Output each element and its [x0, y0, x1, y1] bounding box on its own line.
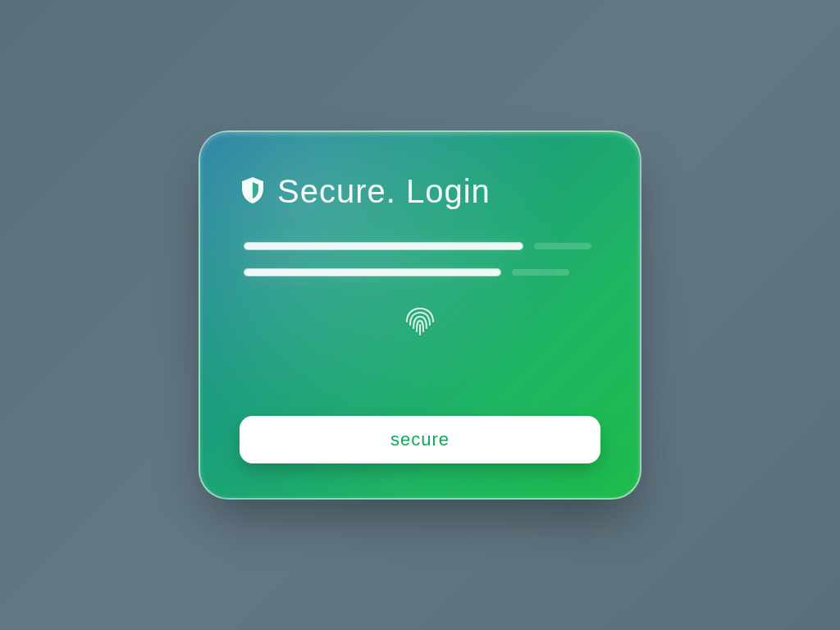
- shield-icon: [240, 176, 266, 208]
- login-title: Secure. Login: [277, 173, 491, 210]
- username-input[interactable]: [244, 243, 523, 249]
- login-header: Secure. Login: [240, 173, 600, 210]
- login-fields: [240, 243, 600, 276]
- password-input[interactable]: [244, 269, 500, 276]
- secure-button-label: secure: [390, 429, 450, 450]
- fingerprint-icon[interactable]: [395, 299, 445, 348]
- login-card: Secure. Login secure: [199, 130, 641, 500]
- secure-button[interactable]: secure: [240, 416, 600, 463]
